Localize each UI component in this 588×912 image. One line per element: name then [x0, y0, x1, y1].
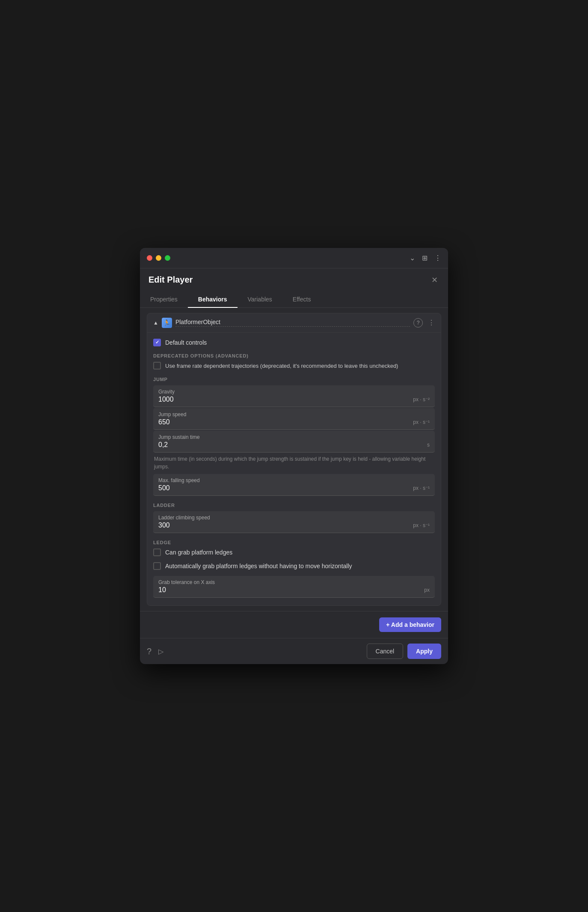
jump-sustain-row: 0,2 s [158, 441, 430, 449]
behavior-header: ▲ 🏃 PlatformerObject ? ⋮ [147, 313, 441, 333]
gravity-value: 1000 [158, 396, 174, 403]
collapse-icon[interactable]: ▲ [153, 320, 158, 326]
max-falling-label: Max. falling speed [158, 477, 430, 483]
grab-ledges-checkbox[interactable] [153, 548, 161, 556]
default-controls-label: Default controls [165, 339, 207, 346]
cancel-button[interactable]: Cancel [367, 644, 404, 659]
ledge-section-label: LEDGE [153, 540, 435, 545]
add-behavior-footer: + Add a behavior [140, 611, 448, 638]
grab-tolerance-label: Grab tolerance on X axis [158, 579, 430, 585]
auto-grab-label: Automatically grab platform ledges witho… [165, 563, 352, 569]
jump-sustain-value: 0,2 [158, 441, 168, 449]
titlebar: ⌄ ⊞ ⋮ [140, 248, 448, 268]
jump-speed-field[interactable]: Jump speed 650 px · s⁻¹ [153, 408, 435, 430]
jump-sustain-unit: s [427, 442, 430, 448]
tab-effects[interactable]: Effects [282, 292, 321, 308]
gravity-field[interactable]: Gravity 1000 px · s⁻² [153, 385, 435, 407]
max-falling-row: 500 px · s⁻¹ [158, 484, 430, 492]
grab-tolerance-row: 10 px [158, 586, 430, 594]
jump-sustain-field[interactable]: Jump sustain time 0,2 s [153, 431, 435, 453]
default-controls-row: Default controls [153, 339, 435, 346]
jump-sustain-label: Jump sustain time [158, 434, 430, 440]
close-traffic-light[interactable] [147, 255, 152, 261]
behavior-panel: ▲ 🏃 PlatformerObject ? ⋮ Default control… [147, 313, 441, 606]
grab-tolerance-field[interactable]: Grab tolerance on X axis 10 px [153, 576, 435, 598]
dialog-title: Edit Player [148, 275, 193, 285]
ladder-speed-label: Ladder climbing speed [158, 515, 430, 521]
gravity-unit: px · s⁻² [413, 396, 430, 402]
behavior-icon: 🏃 [162, 318, 172, 328]
minimize-traffic-light[interactable] [156, 255, 161, 261]
help-button[interactable]: ? [413, 318, 423, 328]
titlebar-actions: ⌄ ⊞ ⋮ [410, 254, 441, 262]
behavior-body: Default controls DEPRECATED OPTIONS (ADV… [147, 333, 441, 606]
auto-grab-checkbox[interactable] [153, 562, 161, 570]
gravity-label: Gravity [158, 389, 430, 395]
dialog-footer-left: ? ▷ [147, 647, 163, 656]
max-falling-unit: px · s⁻¹ [413, 485, 430, 491]
ladder-speed-unit: px · s⁻¹ [413, 522, 430, 528]
jump-hint: Maximum time (in seconds) during which t… [153, 455, 435, 471]
dropdown-icon[interactable]: ⌄ [410, 254, 415, 262]
traffic-lights [147, 255, 170, 261]
max-falling-field[interactable]: Max. falling speed 500 px · s⁻¹ [153, 474, 435, 496]
tab-bar: Properties Behaviors Variables Effects [140, 292, 448, 308]
ladder-fields: Ladder climbing speed 300 px · s⁻¹ [153, 511, 435, 533]
help-footer-button[interactable]: ? [147, 647, 151, 656]
dialog-window: ⌄ ⊞ ⋮ Edit Player ✕ Properties Behaviors… [140, 248, 448, 665]
play-footer-button[interactable]: ▷ [158, 647, 163, 656]
default-controls-checkbox[interactable] [153, 339, 161, 346]
behavior-name[interactable]: PlatformerObject [175, 319, 410, 327]
grab-ledges-label: Can grab platform ledges [165, 549, 232, 556]
ladder-section-label: LADDER [153, 503, 435, 508]
ledge-fields: Grab tolerance on X axis 10 px [153, 576, 435, 598]
auto-grab-row: Automatically grab platform ledges witho… [153, 562, 435, 570]
ladder-speed-value: 300 [158, 522, 170, 529]
apply-button[interactable]: Apply [407, 644, 441, 659]
jump-section-label: JUMP [153, 377, 435, 382]
framerate-row: Use frame rate dependent trajectories (d… [153, 362, 435, 370]
close-button[interactable]: ✕ [430, 274, 440, 286]
puzzle-icon[interactable]: ⊞ [422, 254, 428, 262]
tab-behaviors[interactable]: Behaviors [188, 292, 238, 308]
max-falling-value: 500 [158, 484, 170, 492]
content-area: ▲ 🏃 PlatformerObject ? ⋮ Default control… [140, 308, 448, 611]
grab-tolerance-value: 10 [158, 586, 166, 594]
grab-tolerance-unit: px [424, 587, 430, 593]
maximize-traffic-light[interactable] [165, 255, 170, 261]
tab-variables[interactable]: Variables [238, 292, 282, 308]
deprecated-section-label: DEPRECATED OPTIONS (ADVANCED) [153, 353, 435, 358]
jump-speed-label: Jump speed [158, 411, 430, 417]
jump-speed-value: 650 [158, 418, 170, 426]
dialog-header: Edit Player ✕ [140, 268, 448, 286]
jump-speed-row: 650 px · s⁻¹ [158, 418, 430, 426]
ladder-speed-field[interactable]: Ladder climbing speed 300 px · s⁻¹ [153, 511, 435, 533]
dialog-footer: ? ▷ Cancel Apply [140, 638, 448, 664]
jump-speed-unit: px · s⁻¹ [413, 419, 430, 425]
framerate-checkbox[interactable] [153, 362, 161, 370]
framerate-label: Use frame rate dependent trajectories (d… [165, 362, 398, 370]
more-options-icon[interactable]: ⋮ [434, 254, 441, 262]
behavior-header-actions: ? ⋮ [413, 318, 435, 328]
jump-fields: Gravity 1000 px · s⁻² Jump speed 650 px … [153, 385, 435, 453]
gravity-row: 1000 px · s⁻² [158, 396, 430, 403]
add-behavior-button[interactable]: + Add a behavior [379, 617, 441, 632]
behavior-more-button[interactable]: ⋮ [428, 319, 435, 327]
grab-ledges-row: Can grab platform ledges [153, 548, 435, 556]
tab-properties[interactable]: Properties [140, 292, 188, 308]
ladder-speed-row: 300 px · s⁻¹ [158, 522, 430, 529]
